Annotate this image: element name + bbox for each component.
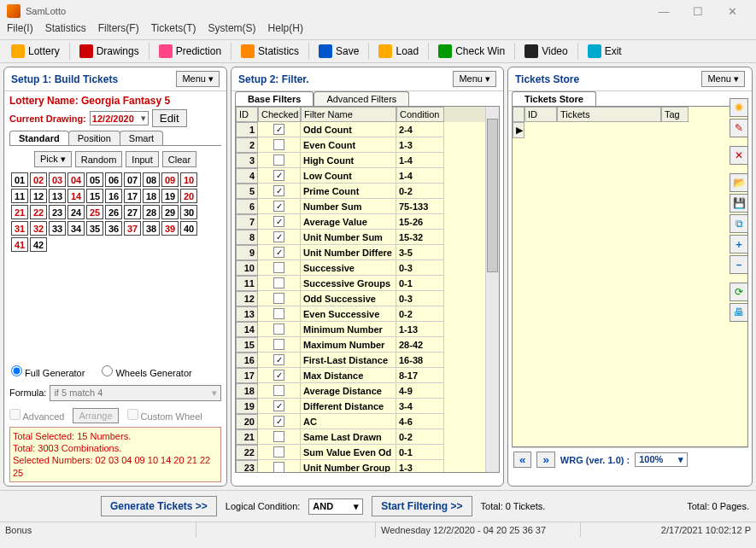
filter-check-12[interactable] bbox=[258, 291, 301, 306]
filter-check-10[interactable] bbox=[258, 260, 301, 276]
number-37[interactable]: 37 bbox=[124, 221, 141, 236]
tab-position[interactable]: Position bbox=[68, 131, 120, 145]
filter-row-18[interactable]: 18Average Distance4-9 bbox=[236, 383, 499, 399]
current-drawing-select[interactable]: 12/2/2020 ▾ bbox=[90, 111, 149, 125]
panel3-menu-button[interactable]: Menu ▾ bbox=[701, 71, 745, 87]
number-22[interactable]: 22 bbox=[30, 205, 47, 219]
number-10[interactable]: 10 bbox=[180, 172, 197, 187]
filter-row-13[interactable]: 13Even Successive0-2 bbox=[236, 306, 499, 322]
number-32[interactable]: 32 bbox=[30, 221, 47, 236]
filter-row-6[interactable]: 6✓Number Sum75-133 bbox=[236, 199, 499, 214]
filter-row-5[interactable]: 5✓Prime Count0-2 bbox=[236, 184, 499, 199]
filter-check-4[interactable]: ✓ bbox=[258, 168, 301, 184]
number-36[interactable]: 36 bbox=[105, 221, 122, 236]
formula-select[interactable]: if 5 match 4▾ bbox=[50, 385, 221, 401]
menu-ticketst[interactable]: Tickets(T) bbox=[151, 22, 196, 39]
number-15[interactable]: 15 bbox=[86, 189, 103, 203]
number-4[interactable]: 04 bbox=[67, 172, 85, 187]
filter-row-15[interactable]: 15Maximum Number28-42 bbox=[236, 337, 499, 353]
filter-row-4[interactable]: 4✓Low Count1-4 bbox=[236, 168, 499, 184]
generate-tickets-button[interactable]: Generate Tickets >> bbox=[101, 496, 217, 516]
filter-check-18[interactable] bbox=[258, 383, 301, 399]
zoom-select[interactable]: 100%▾ bbox=[635, 452, 688, 467]
filter-check-15[interactable] bbox=[258, 337, 301, 353]
menu-systems[interactable]: System(S) bbox=[208, 22, 256, 39]
number-30[interactable]: 30 bbox=[180, 205, 197, 219]
number-33[interactable]: 33 bbox=[49, 221, 66, 236]
edit-button[interactable]: Edit bbox=[152, 109, 187, 127]
number-12[interactable]: 12 bbox=[30, 189, 47, 203]
number-17[interactable]: 17 bbox=[124, 189, 141, 203]
toolbar-check-win[interactable]: Check Win bbox=[431, 41, 513, 61]
number-23[interactable]: 23 bbox=[49, 205, 66, 219]
nav-first-button[interactable]: « bbox=[513, 452, 531, 468]
number-26[interactable]: 26 bbox=[105, 205, 122, 219]
number-34[interactable]: 34 bbox=[67, 221, 85, 236]
number-13[interactable]: 13 bbox=[49, 189, 66, 203]
col-condition[interactable]: Condition bbox=[396, 107, 444, 122]
side-plus-icon[interactable]: ＋ bbox=[730, 235, 748, 254]
pick-button[interactable]: Pick ▾ bbox=[34, 151, 72, 167]
filter-row-7[interactable]: 7✓Average Value15-26 bbox=[236, 214, 499, 230]
filter-check-13[interactable] bbox=[258, 306, 301, 322]
number-7[interactable]: 07 bbox=[124, 172, 141, 187]
toolbar-load[interactable]: Load bbox=[371, 41, 426, 61]
tab-smart[interactable]: Smart bbox=[120, 131, 163, 145]
number-41[interactable]: 41 bbox=[11, 237, 28, 252]
filter-row-8[interactable]: 8✓Unit Number Sum15-32 bbox=[236, 230, 499, 245]
nav-next-button[interactable]: » bbox=[536, 452, 554, 468]
filter-row-11[interactable]: 11Successive Groups0-1 bbox=[236, 276, 499, 291]
filter-row-12[interactable]: 12Odd Successive0-3 bbox=[236, 291, 499, 306]
filter-row-10[interactable]: 10Successive0-3 bbox=[236, 260, 499, 276]
maximize-button[interactable]: ☐ bbox=[681, 5, 715, 18]
number-42[interactable]: 42 bbox=[30, 237, 47, 252]
menu-helph[interactable]: Help(H) bbox=[268, 22, 303, 39]
panel1-menu-button[interactable]: Menu ▾ bbox=[176, 71, 220, 87]
toolbar-statistics[interactable]: Statistics bbox=[233, 41, 307, 61]
number-39[interactable]: 39 bbox=[161, 221, 179, 236]
toolbar-exit[interactable]: Exit bbox=[580, 41, 630, 61]
col-id[interactable]: ID bbox=[236, 107, 258, 122]
filter-check-2[interactable] bbox=[258, 137, 301, 153]
number-9[interactable]: 09 bbox=[161, 172, 179, 187]
random-button[interactable]: Random bbox=[75, 151, 123, 167]
filter-tab-advanced-filters[interactable]: Advanced Filters bbox=[314, 91, 409, 106]
side-save-icon[interactable]: 💾 bbox=[730, 194, 748, 213]
number-27[interactable]: 27 bbox=[124, 205, 141, 219]
menu-filtersf[interactable]: Filters(F) bbox=[98, 22, 139, 39]
start-filtering-button[interactable]: Start Filtering >> bbox=[372, 496, 472, 516]
side-edit-icon[interactable]: ✎ bbox=[730, 119, 748, 137]
number-5[interactable]: 05 bbox=[86, 172, 103, 187]
side-delete-icon[interactable]: ✕ bbox=[730, 146, 748, 165]
toolbar-save[interactable]: Save bbox=[311, 41, 366, 61]
filter-check-11[interactable] bbox=[258, 276, 301, 291]
side-open-icon[interactable]: 📂 bbox=[730, 173, 748, 192]
wheels-generator-radio[interactable]: Wheels Generator bbox=[102, 365, 191, 378]
number-11[interactable]: 11 bbox=[11, 189, 28, 203]
filter-row-14[interactable]: 14Minimum Number1-13 bbox=[236, 322, 499, 337]
toolbar-prediction[interactable]: Prediction bbox=[151, 41, 229, 61]
number-31[interactable]: 31 bbox=[11, 221, 28, 236]
store-col-id[interactable]: ID bbox=[525, 107, 557, 122]
filter-check-1[interactable]: ✓ bbox=[258, 122, 301, 137]
filter-check-23[interactable] bbox=[258, 460, 301, 473]
number-25[interactable]: 25 bbox=[86, 205, 103, 219]
filter-row-17[interactable]: 17✓Max Distance8-17 bbox=[236, 368, 499, 383]
side-minus-icon[interactable]: － bbox=[730, 255, 748, 274]
side-star-icon[interactable]: ✺ bbox=[730, 98, 748, 117]
number-28[interactable]: 28 bbox=[143, 205, 160, 219]
number-20[interactable]: 20 bbox=[180, 189, 197, 203]
filter-check-22[interactable] bbox=[258, 445, 301, 460]
col-filtername[interactable]: Filter Name bbox=[301, 107, 396, 122]
side-refresh-icon[interactable]: ⟳ bbox=[730, 283, 748, 301]
number-40[interactable]: 40 bbox=[180, 221, 197, 236]
input-button[interactable]: Input bbox=[126, 151, 158, 167]
filter-check-20[interactable]: ✓ bbox=[258, 414, 301, 429]
toolbar-lottery[interactable]: Lottery bbox=[3, 41, 67, 61]
full-generator-radio[interactable]: Full Generator bbox=[11, 365, 85, 378]
number-3[interactable]: 03 bbox=[49, 172, 66, 187]
menu-filei[interactable]: File(I) bbox=[7, 22, 33, 39]
filter-check-9[interactable]: ✓ bbox=[258, 245, 301, 260]
filter-row-1[interactable]: 1✓Odd Count2-4 bbox=[236, 122, 499, 137]
number-14[interactable]: 14 bbox=[67, 189, 85, 203]
